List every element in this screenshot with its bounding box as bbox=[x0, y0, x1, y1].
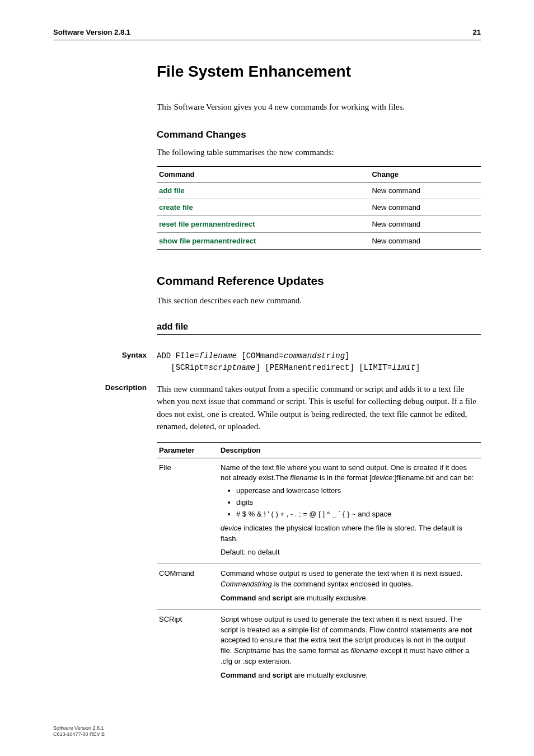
footer-line2: C613-10477-00 REV B bbox=[53, 731, 105, 738]
bullet-item: uppercase and lowercase letters bbox=[236, 486, 479, 496]
param-row-command: COMmand Command whose output is used to … bbox=[157, 564, 481, 610]
link-add-file[interactable]: add file bbox=[159, 186, 185, 195]
command-changes-heading: Command Changes bbox=[157, 129, 481, 140]
param-row-script: SCRipt Script whose output is used to ge… bbox=[157, 609, 481, 687]
col-description: Description bbox=[218, 442, 481, 458]
description-text: This new command takes output from a spe… bbox=[157, 383, 481, 433]
command-changes-lead: The following table summarises the new c… bbox=[157, 146, 481, 159]
page-header: Software Version 2.8.1 21 bbox=[53, 28, 481, 40]
col-parameter: Parameter bbox=[157, 442, 218, 458]
page-number: 21 bbox=[473, 28, 481, 36]
change-cell: New command bbox=[369, 233, 481, 250]
link-show-file[interactable]: show file permanentredirect bbox=[159, 237, 256, 245]
param-name: COMmand bbox=[157, 564, 218, 610]
table-row: add file New command bbox=[157, 182, 481, 199]
link-create-file[interactable]: create file bbox=[159, 203, 193, 212]
param-name: SCRipt bbox=[157, 609, 218, 687]
table-row: show file permanentredirect New command bbox=[157, 233, 481, 250]
page-footer: Software Version 2.8.1 C613-10477-00 REV… bbox=[53, 725, 105, 738]
change-cell: New command bbox=[369, 199, 481, 216]
intro-paragraph: This Software Version gives you 4 new co… bbox=[157, 101, 481, 114]
param-desc: Script whose output is used to generate … bbox=[218, 609, 481, 687]
description-label: Description bbox=[53, 383, 157, 433]
page-title: File System Enhancement bbox=[157, 63, 481, 81]
change-cell: New command bbox=[369, 216, 481, 233]
description-block: Description This new command takes outpu… bbox=[53, 383, 481, 433]
syntax-label: Syntax bbox=[53, 350, 157, 374]
command-reference-lead: This section describes each new command. bbox=[157, 294, 481, 307]
syntax-block: Syntax ADD FIle=filename [COMmand=comman… bbox=[53, 350, 481, 374]
header-left: Software Version 2.8.1 bbox=[53, 28, 130, 36]
col-change: Change bbox=[369, 167, 481, 182]
footer-line1: Software Version 2.8.1 bbox=[53, 725, 105, 732]
add-file-heading: add file bbox=[157, 322, 481, 335]
parameter-table: Parameter Description FIle Name of the t… bbox=[157, 442, 481, 687]
table-row: reset file permanentredirect New command bbox=[157, 216, 481, 233]
param-desc: Command whose output is used to generate… bbox=[218, 564, 481, 610]
bullet-item: digits bbox=[236, 497, 479, 508]
command-reference-heading: Command Reference Updates bbox=[157, 274, 481, 288]
change-cell: New command bbox=[369, 182, 481, 199]
syntax-code: ADD FIle=filename [COMmand=commandstring… bbox=[157, 350, 420, 374]
table-row: create file New command bbox=[157, 199, 481, 216]
link-reset-file[interactable]: reset file permanentredirect bbox=[159, 220, 255, 228]
param-name: FIle bbox=[157, 458, 218, 564]
command-changes-table: Command Change add file New command crea… bbox=[157, 166, 481, 250]
param-desc: Name of the text file where you want to … bbox=[218, 458, 481, 564]
col-command: Command bbox=[157, 167, 369, 182]
param-row-file: FIle Name of the text file where you wan… bbox=[157, 458, 481, 564]
bullet-item: # $ % & ! ' ( ) + , - . ; = @ [ ] ^ _ ` … bbox=[236, 509, 479, 520]
